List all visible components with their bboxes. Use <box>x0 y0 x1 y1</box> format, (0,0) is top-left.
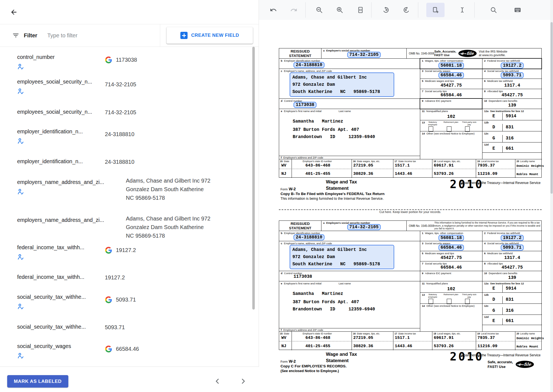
box3-highlight[interactable]: 66584.46 <box>438 72 464 78</box>
w2-box-5: 5Medicare wages and tips 45427.75 <box>420 79 482 89</box>
field-value: Adams, Chase and Gilbert Inc 972 Gonzale… <box>126 214 212 240</box>
field-list-item[interactable]: social_security_tax_withhe... <box>0 323 252 332</box>
ssn-highlight[interactable]: 714-32-2105 <box>347 224 381 230</box>
field-name: social_security_wages <box>17 342 97 350</box>
w2-box-10: 10Dependent care benefits 139 <box>482 271 542 281</box>
w2-box-1: 1Wages, tips, other compensation 56081.1… <box>420 58 482 69</box>
w2-form-copy-c[interactable]: REISSUED STATEMENT aEmployee's social se… <box>279 220 542 376</box>
field-list-item[interactable]: employers_name_address_and_zi... <box>0 216 252 240</box>
next-page-button[interactable] <box>237 375 250 388</box>
rotate-right-button[interactable] <box>401 4 412 15</box>
human-verified-icon <box>17 257 24 261</box>
field-list-item[interactable]: social_security_wages <box>0 342 252 359</box>
field-name: employees_social_security_n... <box>17 108 97 115</box>
w2-box-f-label: fEmployee's address and ZIP code <box>279 156 420 159</box>
w2-box-b-ein: bEmployer identification number 24-31888… <box>279 58 420 69</box>
zoom-in-button[interactable] <box>334 4 345 15</box>
field-name: federal_income_tax_withh... <box>17 244 97 251</box>
w2-header-right: OMB No. 1545-0008 Safe, Accurate,FAST! U… <box>406 48 542 58</box>
ein-highlight[interactable]: 24-3188810 <box>294 234 324 240</box>
add-bounding-box-tool-button[interactable] <box>430 4 441 15</box>
w2-box-13: 13 Statutory employee Retirement plan Th… <box>420 120 482 131</box>
human-verified-icon <box>17 191 24 196</box>
w2-box-1: 1Wages, tips, other compensation 56081.1… <box>420 231 482 241</box>
document-scrollbar[interactable] <box>550 0 553 392</box>
field-list-item[interactable]: employees_social_security_n... <box>0 78 252 95</box>
filter-input[interactable] <box>47 32 147 39</box>
field-list-item[interactable]: employer_identification_n... <box>0 128 252 145</box>
human-verified-icon <box>17 306 24 311</box>
box2-highlight[interactable]: 19127.2 <box>501 63 524 69</box>
employer-address-highlight[interactable]: Adams, Chase and Gilbert Inc 972 Gonzale… <box>290 245 394 269</box>
w2-box-d-control: dControl number 1173038 <box>279 271 420 281</box>
redo-button[interactable] <box>288 4 299 15</box>
employer-address-highlight[interactable]: Adams, Chase and Gilbert Inc 972 Gonzale… <box>290 72 394 97</box>
box3-highlight[interactable]: 66584.46 <box>438 245 464 251</box>
w2-form-copy-b[interactable]: REISSUED STATEMENT aEmployee's social se… <box>279 48 542 204</box>
w2-box-12b: 12b D 831 <box>482 292 542 303</box>
rotate-left-button[interactable] <box>380 4 391 15</box>
select-text-tool-button[interactable] <box>457 4 468 15</box>
control-number-value[interactable]: 1173038 <box>294 274 312 279</box>
field-value: 714-32-2105 <box>105 80 136 89</box>
human-verified-icon <box>17 355 24 360</box>
control-number-value[interactable]: 1173038 <box>294 102 316 108</box>
w2-box-a-ssn: aEmployee's social security number 714-3… <box>321 221 406 231</box>
previous-page-button[interactable] <box>211 375 224 388</box>
box2-highlight[interactable]: 19127.2 <box>501 235 524 241</box>
create-new-field-button[interactable]: CREATE NEW FIELD <box>167 27 253 44</box>
human-verified-icon <box>17 141 24 146</box>
mark-as-labeled-button[interactable]: MARK AS LABELED <box>7 375 68 388</box>
human-verified-icon <box>17 91 24 96</box>
box4-highlight[interactable]: 5093.71 <box>501 245 524 251</box>
ein-highlight[interactable]: 24-3188810 <box>294 62 324 68</box>
google-extracted-icon <box>105 246 112 255</box>
undo-button[interactable] <box>268 4 279 15</box>
w2-box-c-employer: cEmployer's name, address, and ZIP code … <box>279 69 420 98</box>
field-list-item[interactable]: employer_identification_n... <box>0 158 252 166</box>
ssn-highlight[interactable]: 714-32-2105 <box>347 52 381 58</box>
w2-box-4: 4Social security tax withheld 5093.71 <box>482 69 542 79</box>
field-list-item[interactable]: employees_social_security_n... <box>0 108 252 117</box>
employee-address-2: Brandontown ID 12359-6940 <box>293 307 375 312</box>
back-button[interactable] <box>7 6 20 19</box>
panel-scrollbar[interactable] <box>252 47 255 310</box>
cut-line <box>279 209 542 210</box>
field-list-item[interactable]: social_security_tax_withhe... <box>0 293 252 310</box>
employee-name: Samantha Martinez <box>293 291 343 296</box>
employee-address-1: 387 Burton Fords Apt. 407 <box>293 300 359 305</box>
labeling-side-panel: Filter CREATE NEW FIELD control_number <box>0 0 259 392</box>
w2-box-12d: 12d E 661 <box>482 142 542 152</box>
copy-note: (See enclosed Notice to Employee.) <box>281 369 339 373</box>
field-list-item[interactable]: control_number <box>0 53 252 70</box>
filter-icon <box>12 32 19 39</box>
cut-line-text: Cut here. Keep lower portion for your re… <box>279 210 542 214</box>
w2-box-c-employer: cEmployer's name, address, and ZIP code … <box>279 241 420 271</box>
box4-highlight[interactable]: 5093.71 <box>501 72 524 78</box>
employee-address-2: Brandontown ID 12359-6940 <box>293 134 375 139</box>
field-value: 1173038 <box>116 56 137 64</box>
field-value: 5093.71 <box>105 323 125 332</box>
w2-box-8: 8Allocated tips 45427.75 <box>482 89 542 98</box>
w2-box-9: 9Advance EIC payment <box>420 98 482 109</box>
irs-efile-logo: IRSe⇝file <box>458 50 477 57</box>
w2-box-e-employee: eEmployee's first name and initial Last … <box>279 109 420 156</box>
box1-highlight[interactable]: 56081.18 <box>438 235 464 241</box>
fit-to-page-button[interactable] <box>355 4 366 15</box>
w2-box-2: 2Federal income tax withheld 19127.2 <box>482 58 542 69</box>
field-list-item[interactable]: federal_income_tax_withh... <box>0 244 252 261</box>
field-list-item[interactable]: federal_income_tax_withh... <box>0 273 252 282</box>
zoom-out-button[interactable] <box>314 4 325 15</box>
divider <box>418 2 418 18</box>
google-extracted-icon <box>105 345 112 354</box>
search-button[interactable] <box>488 4 499 15</box>
w2-box-11: 11Nonqualified plans 102 <box>420 281 482 292</box>
field-list-item[interactable]: employers_name_address_and_zi... <box>0 178 252 202</box>
box1-highlight[interactable]: 56081.18 <box>438 63 464 69</box>
w2-box-a-ssn: aEmployee's social security number 714-3… <box>321 48 406 58</box>
employee-name: Samantha Martinez <box>293 119 343 124</box>
w2-box-12a: 12aSee instructions for box 12 E 5914 <box>482 109 542 120</box>
keyboard-shortcuts-button[interactable] <box>512 4 523 15</box>
field-list[interactable]: control_number <box>0 47 252 367</box>
w2-box-12-empty <box>482 325 542 331</box>
